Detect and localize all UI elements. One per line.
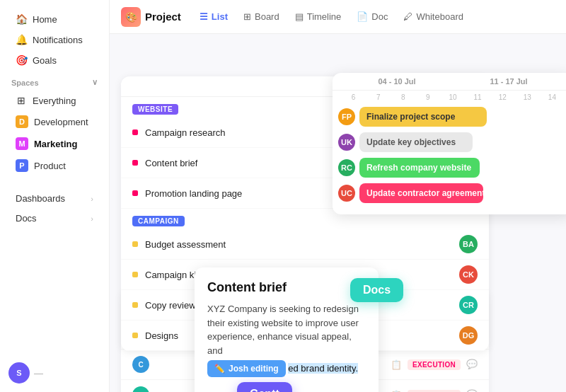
- board-icon: ⊞: [243, 11, 251, 22]
- doc-icon: 📋: [391, 390, 402, 393]
- gantt-days: 6 7 8 9 10 11 12 13 14: [333, 91, 566, 104]
- task-dot: [132, 190, 138, 196]
- chevron-right-icon: ›: [91, 214, 93, 223]
- sidebar-item-label: Goals: [33, 55, 57, 66]
- list-icon: ☰: [200, 11, 208, 22]
- tab-list[interactable]: ☰ List: [192, 8, 235, 25]
- chat-icon: 💬: [466, 359, 478, 370]
- bell-icon: 🔔: [16, 34, 27, 45]
- user-section: S —: [8, 362, 43, 384]
- avatar: C: [132, 356, 149, 373]
- gantt-row: UC Update contractor agreement: [338, 183, 566, 203]
- status-badge: EXECUTION: [408, 390, 461, 393]
- doc-icon: 📋: [391, 359, 402, 370]
- sidebar-item-development[interactable]: D Development: [4, 111, 105, 132]
- campaign-label: CAMPAIGN: [132, 216, 185, 226]
- gantt-bar: Finalize project scope: [359, 107, 487, 127]
- tab-timeline[interactable]: ▤ Timeline: [288, 8, 349, 25]
- chevron-icon: ∨: [92, 78, 98, 87]
- gantt-bar: Update contractor agreement: [359, 183, 483, 203]
- spaces-section: Spaces ∨: [0, 71, 109, 90]
- user-menu-dots[interactable]: —: [34, 368, 43, 379]
- task-dot: [132, 272, 138, 277]
- task-dot: [132, 129, 138, 135]
- docs-title: Content brief: [207, 280, 366, 295]
- marketing-dot: M: [16, 137, 28, 150]
- sidebar-item-dashboards[interactable]: Dashboards ›: [4, 189, 105, 208]
- docs-body: XYZ Company is seeking to redesign their…: [207, 302, 366, 392]
- gantt-header: 04 - 10 Jul 11 - 17 Jul: [333, 73, 566, 91]
- sidebar-item-docs[interactable]: Docs ›: [4, 209, 105, 228]
- sidebar-item-goals[interactable]: 🎯 Goals: [4, 50, 105, 70]
- goals-icon: 🎯: [16, 54, 27, 66]
- doc-icon: 📄: [357, 11, 368, 22]
- sidebar-item-notifications[interactable]: 🔔 Notifications: [4, 30, 105, 50]
- sidebar-item-everything[interactable]: ⊞ Everything: [4, 91, 105, 110]
- avatar: FP: [338, 108, 355, 125]
- gantt-panel: 04 - 10 Jul 11 - 17 Jul 6 7 8 9 10 11 12…: [333, 73, 566, 214]
- tab-board[interactable]: ⊞ Board: [236, 8, 287, 25]
- website-label: WEBSITE: [132, 104, 178, 115]
- nav-tabs: ☰ List ⊞ Board ▤ Timeline 📄 Doc 🖊 Whiteb…: [192, 8, 470, 25]
- development-dot: D: [16, 115, 28, 128]
- sidebar: 🏠 Home 🔔 Notifications 🎯 Goals Spaces ∨ …: [0, 0, 110, 392]
- content-area: ASSIGNEE WEBSITE Campaign research CR Co…: [110, 34, 566, 392]
- timeline-icon: ▤: [295, 11, 304, 22]
- avatar: BA: [459, 235, 478, 253]
- top-navigation: 🎨 Project ☰ List ⊞ Board ▤ Timeline 📄 Do…: [110, 0, 566, 34]
- avatar: CR: [459, 296, 478, 314]
- project-icon: 🎨: [121, 7, 141, 27]
- project-title: Project: [145, 11, 181, 23]
- sidebar-item-label: Docs: [16, 213, 37, 224]
- sidebar-item-label: Marketing: [34, 139, 77, 149]
- sidebar-item-product[interactable]: P Product: [4, 155, 105, 176]
- sidebar-item-label: Development: [34, 117, 88, 127]
- avatar: D: [132, 386, 149, 392]
- avatar: UK: [338, 134, 355, 151]
- product-dot: P: [16, 159, 28, 172]
- sidebar-item-label: Notifications: [33, 35, 83, 45]
- gantt-rows: FP Finalize project scope UK Update key …: [333, 104, 566, 214]
- sidebar-item-marketing[interactable]: M Marketing: [4, 133, 105, 154]
- grid-icon: ⊞: [16, 95, 27, 106]
- docs-badge: Docs: [350, 278, 403, 302]
- edit-icon: ✏️: [214, 362, 225, 375]
- status-badge: EXECUTION: [408, 359, 461, 370]
- gantt-bar: Refresh company website: [359, 158, 480, 178]
- gantt-row: FP Finalize project scope: [338, 107, 566, 127]
- gantt-row: UK Update key objectives: [338, 132, 566, 152]
- tab-doc[interactable]: 📄 Doc: [350, 8, 395, 25]
- avatar: UC: [338, 185, 355, 202]
- tab-whiteboard[interactable]: 🖊 Whiteboard: [396, 8, 470, 25]
- chat-icon: 💬: [466, 389, 478, 392]
- avatar: DG: [459, 326, 478, 345]
- task-dot: [132, 241, 138, 247]
- gantt-bar: Update key objectives: [359, 132, 473, 152]
- editor-badge: ✏️ Josh editing: [207, 360, 286, 377]
- sidebar-item-label: Everything: [33, 96, 76, 106]
- sidebar-item-label: Product: [34, 161, 66, 171]
- avatar: CK: [459, 265, 478, 284]
- gantt-badge: Gantt: [237, 382, 292, 392]
- sidebar-item-home[interactable]: 🏠 Home: [4, 9, 105, 29]
- task-name: Budget assessment: [145, 239, 452, 250]
- main-content: 🎨 Project ☰ List ⊞ Board ▤ Timeline 📄 Do…: [110, 0, 566, 392]
- sidebar-item-label: Dashboards: [16, 193, 65, 204]
- chevron-right-icon: ›: [91, 195, 93, 203]
- sidebar-item-label: Home: [33, 14, 57, 25]
- gantt-row: RC Refresh company website: [338, 158, 566, 178]
- task-dot: [132, 302, 138, 308]
- task-dot: [132, 333, 138, 338]
- whiteboard-icon: 🖊: [403, 11, 412, 22]
- avatar[interactable]: S: [8, 362, 30, 384]
- home-icon: 🏠: [16, 13, 27, 25]
- avatar: RC: [338, 159, 355, 176]
- task-row[interactable]: Budget assessment BA: [121, 229, 489, 260]
- task-dot: [132, 160, 138, 166]
